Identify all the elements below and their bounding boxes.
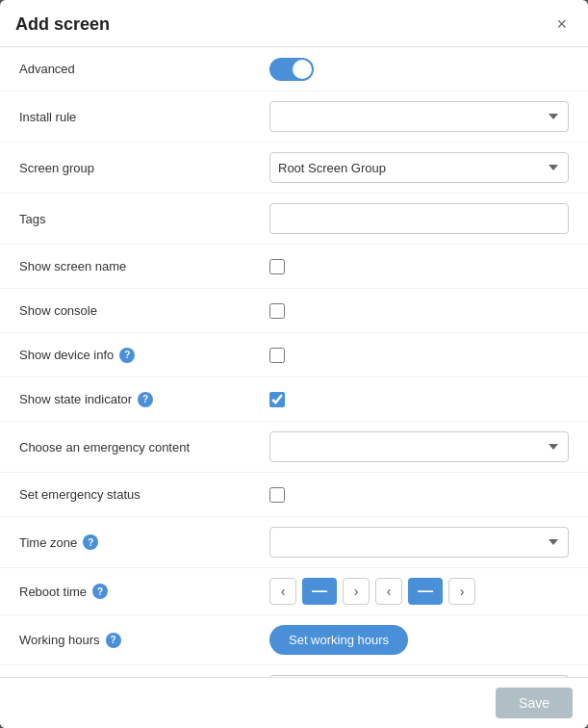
row-install-rule: Install rule xyxy=(0,91,588,143)
modal-header: Add screen × xyxy=(0,0,588,47)
select-emergency-content[interactable] xyxy=(269,431,569,462)
row-time-zone: Time zone ? xyxy=(0,517,588,568)
checkbox-emergency-status[interactable] xyxy=(269,487,285,503)
row-tags: Tags xyxy=(0,194,588,245)
label-show-device-info: Show device info ? xyxy=(19,348,269,363)
label-advanced: Advanced xyxy=(19,62,269,76)
save-button[interactable]: Save xyxy=(496,688,573,718)
label-show-console: Show console xyxy=(19,303,269,318)
set-working-hours-button[interactable]: Set working hours xyxy=(269,625,408,655)
reboot-bar-right: — xyxy=(408,578,443,605)
row-screen-group: Screen group Root Screen Group xyxy=(0,143,588,194)
control-working-hours: Set working hours xyxy=(269,625,569,655)
reboot-next-button[interactable]: › xyxy=(343,578,370,605)
select-install-rule[interactable] xyxy=(269,101,569,132)
checkbox-show-device-info[interactable] xyxy=(269,348,285,363)
control-advanced xyxy=(269,58,569,81)
row-show-screen-name: Show screen name xyxy=(0,245,588,289)
label-show-screen-name: Show screen name xyxy=(19,259,269,273)
control-show-state-indicator xyxy=(269,392,569,407)
label-working-hours: Working hours ? xyxy=(19,633,269,648)
help-icon-state-indicator[interactable]: ? xyxy=(138,392,153,407)
help-icon-time-zone[interactable]: ? xyxy=(83,534,98,550)
close-button[interactable]: × xyxy=(550,13,573,35)
control-show-screen-name xyxy=(269,259,569,274)
control-show-device-info xyxy=(269,348,569,363)
row-emergency-status: Set emergency status xyxy=(0,473,588,517)
reboot-controls: ‹ — › ‹ — › xyxy=(269,578,475,605)
row-show-state-indicator: Show state indicator ? xyxy=(0,377,588,422)
toggle-advanced[interactable] xyxy=(269,58,314,81)
label-show-state-indicator: Show state indicator ? xyxy=(19,392,269,407)
control-show-console xyxy=(269,303,569,319)
select-screen-group[interactable]: Root Screen Group xyxy=(269,152,569,183)
row-show-device-info: Show device info ? xyxy=(0,333,588,377)
label-install-rule: Install rule xyxy=(19,110,269,124)
row-show-console: Show console xyxy=(0,289,588,333)
modal-title: Add screen xyxy=(15,14,110,35)
reboot-prev2-button[interactable]: ‹ xyxy=(375,578,402,605)
control-emergency-status xyxy=(269,487,569,503)
modal-body: Advanced Install rule Scree xyxy=(0,47,588,677)
label-tags: Tags xyxy=(19,212,269,226)
row-advanced: Advanced xyxy=(0,47,588,91)
select-time-zone[interactable] xyxy=(269,527,569,558)
row-working-hours: Working hours ? Set working hours xyxy=(0,615,588,665)
reboot-next2-button[interactable]: › xyxy=(448,578,475,605)
label-reboot-time: Reboot time ? xyxy=(19,584,269,599)
help-icon-working-hours[interactable]: ? xyxy=(106,633,121,648)
add-screen-modal: Add screen × Advanced Install rule xyxy=(0,0,588,728)
toggle-slider-advanced xyxy=(269,58,314,81)
reboot-prev-button[interactable]: ‹ xyxy=(269,578,296,605)
label-emergency-status: Set emergency status xyxy=(19,487,269,502)
reboot-bar-left: — xyxy=(302,578,337,605)
control-screen-group: Root Screen Group xyxy=(269,152,569,183)
row-reboot-time: Reboot time ? ‹ — › ‹ — › xyxy=(0,568,588,615)
checkbox-show-state-indicator[interactable] xyxy=(269,392,285,407)
input-tags[interactable] xyxy=(269,203,569,234)
checkbox-show-screen-name[interactable] xyxy=(269,259,285,274)
label-screen-group: Screen group xyxy=(19,161,269,175)
help-icon-device-info[interactable]: ? xyxy=(119,348,135,363)
label-emergency-content: Choose an emergency content xyxy=(19,440,269,455)
row-emergency-content: Choose an emergency content xyxy=(0,422,588,473)
help-icon-reboot-time[interactable]: ? xyxy=(92,584,108,599)
control-time-zone xyxy=(269,527,569,558)
control-emergency-content xyxy=(269,431,569,462)
row-weather-location: Weather location ? xyxy=(0,665,588,677)
control-tags xyxy=(269,203,569,234)
control-reboot-time: ‹ — › ‹ — › xyxy=(269,578,569,605)
modal-footer: Save xyxy=(0,677,588,728)
control-install-rule xyxy=(269,101,569,132)
label-time-zone: Time zone ? xyxy=(19,534,269,550)
checkbox-show-console[interactable] xyxy=(269,303,285,319)
